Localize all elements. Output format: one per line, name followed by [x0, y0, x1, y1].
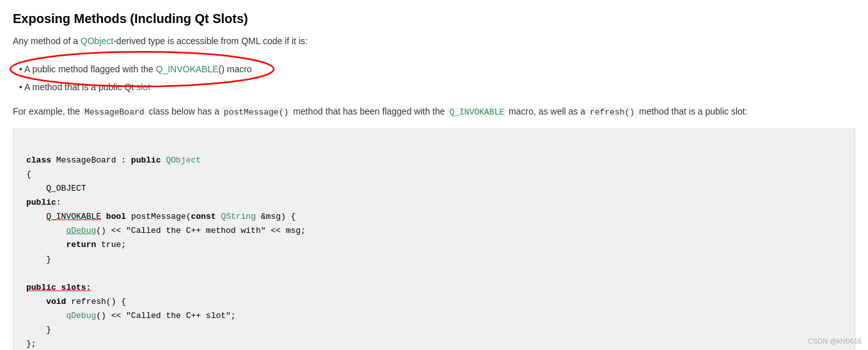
bullets-container: A public method flagged with the Q_INVOK… [13, 53, 257, 104]
watermark: CSDN @khl0616 [808, 337, 862, 345]
qobject-link[interactable]: QObject [81, 36, 113, 46]
example-mid1: class below has a [146, 106, 222, 116]
bullet-item-1: A public method flagged with the Q_INVOK… [19, 62, 252, 77]
page-title: Exposing Methods (Including Qt Slots) [13, 12, 855, 26]
example-method1: postMessage() [222, 107, 290, 118]
example-paragraph: For example, the MessageBoard class belo… [13, 104, 855, 120]
example-class: MessageBoard [83, 107, 146, 118]
intro-paragraph: Any method of a QObject-derived type is … [13, 34, 855, 48]
intro-text: Any method of a [13, 36, 81, 46]
example-macro: Q_INVOKABLE [447, 107, 506, 118]
bullet-list: A public method flagged with the Q_INVOK… [19, 62, 252, 95]
bullet-item-2: A method that is a public Qt slot [19, 80, 252, 95]
bullet1-prefix: A public method flagged with the [24, 64, 155, 74]
slot-link[interactable]: slot [136, 82, 150, 92]
q-invokable-macro-link[interactable]: Q_INVOKABLE [449, 107, 504, 117]
example-intro: For example, the [13, 106, 83, 116]
q-invokable-link[interactable]: Q_INVOKABLE [156, 64, 219, 74]
bullet1-suffix: () macro [219, 64, 252, 74]
example-end: method that is a public slot: [636, 106, 748, 116]
example-method2: refresh() [588, 107, 636, 118]
bullet2-prefix: A method that is a public Qt [24, 82, 136, 92]
intro-suffix: -derived type is accessible from QML cod… [113, 36, 308, 46]
example-mid2: method that has been flagged with the [290, 106, 447, 116]
example-mid3: macro, as well as a [506, 106, 588, 116]
code-block: class MessageBoard : public QObject { Q_… [13, 129, 855, 350]
